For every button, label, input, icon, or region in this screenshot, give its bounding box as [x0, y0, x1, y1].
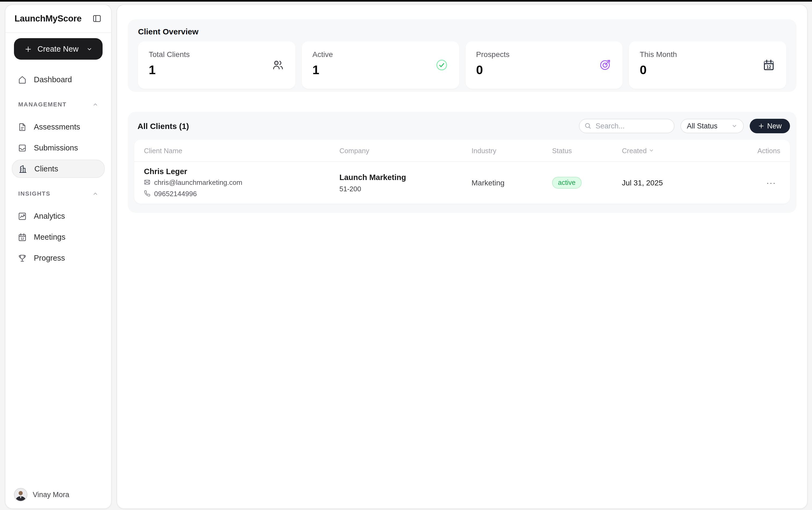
company-size: 51-200 [339, 185, 472, 193]
trophy-icon [18, 253, 27, 262]
column-header-client-name: Client Name [144, 146, 339, 154]
check-circle-icon [435, 59, 448, 71]
sidebar-item-label: Analytics [34, 212, 65, 220]
app-window: LaunchMyScore Create New Dashboard MANAG… [0, 0, 812, 510]
column-header-company: Company [339, 146, 472, 154]
column-header-industry: Industry [472, 146, 552, 154]
stat-label: Total Clients [149, 50, 284, 59]
section-label: INSIGHTS [18, 190, 51, 197]
user-name: Vinay Mora [33, 491, 69, 499]
stat-cards: Total Clients 1 Active 1 Prospects 0 [138, 41, 786, 89]
stat-value: 1 [149, 63, 284, 77]
sidebar-header: LaunchMyScore [5, 5, 111, 33]
stat-card-prospects: Prospects 0 [465, 41, 623, 89]
sidebar-item-label: Progress [34, 254, 65, 262]
stat-label: Active [312, 50, 448, 59]
calendar-icon: 12 [762, 59, 775, 71]
phone-icon [144, 190, 150, 197]
chevron-up-icon [92, 101, 98, 107]
sidebar-collapse-icon[interactable] [92, 14, 102, 23]
search-box [579, 118, 674, 133]
sidebar-item-analytics[interactable]: Analytics [12, 207, 105, 225]
client-name-cell: Chris Leger chris@launchmarketing.com 0 [144, 166, 339, 199]
column-header-status: Status [552, 146, 622, 154]
all-clients-title: All Clients (1) [138, 121, 189, 130]
inbox-icon [18, 143, 27, 152]
chevron-up-icon [92, 191, 98, 196]
section-label: MANAGEMENT [18, 101, 67, 108]
column-header-created[interactable]: Created [622, 146, 753, 154]
all-clients-section: All Clients (1) All Status [128, 112, 796, 213]
status-filter-select[interactable]: All Status [681, 118, 744, 133]
stat-label: This Month [640, 50, 776, 59]
user-menu[interactable]: Vinay Mora [14, 488, 69, 502]
stat-card-active: Active 1 [302, 41, 459, 89]
create-new-button[interactable]: Create New [14, 38, 102, 60]
company-cell: Launch Marketing 51-200 [339, 172, 472, 193]
status-cell: active [552, 176, 622, 188]
app-logo: LaunchMyScore [14, 13, 82, 24]
status-badge: active [552, 176, 581, 188]
client-email: chris@launchmarketing.com [144, 176, 339, 188]
table-controls: All Status New [579, 118, 790, 133]
client-phone-text: 09652144996 [154, 188, 197, 199]
sidebar-item-meetings[interactable]: 12 Meetings [12, 228, 105, 246]
sidebar-item-progress[interactable]: Progress [12, 249, 105, 267]
svg-text:12: 12 [766, 64, 771, 69]
sidebar-item-assessments[interactable]: Assessments [12, 118, 105, 136]
row-actions-menu[interactable]: ··· [753, 178, 780, 187]
svg-text:12: 12 [21, 237, 24, 240]
sort-chevron-down-icon [649, 148, 654, 153]
table-header-row: Client Name Company Industry Status Crea… [134, 140, 790, 162]
chevron-down-icon [87, 46, 93, 52]
all-clients-header: All Clients (1) All Status [134, 118, 790, 133]
sidebar-item-label: Assessments [34, 122, 80, 131]
stat-value: 0 [640, 63, 776, 77]
sidebar-item-label: Clients [34, 165, 58, 173]
stat-value: 0 [476, 63, 612, 77]
stat-card-this-month: This Month 0 12 [629, 41, 786, 89]
client-phone: 09652144996 [144, 188, 339, 199]
home-icon [18, 75, 27, 84]
company-name: Launch Marketing [339, 172, 472, 183]
create-new-label: Create New [37, 45, 79, 53]
client-email-text: chris@launchmarketing.com [154, 176, 242, 188]
sidebar-item-clients[interactable]: Clients [12, 160, 105, 178]
sidebar-item-label: Dashboard [34, 75, 72, 84]
client-name: Chris Leger [144, 166, 339, 176]
file-text-icon [18, 122, 27, 132]
sidebar-item-label: Submissions [34, 143, 78, 152]
calendar-icon: 12 [18, 232, 27, 242]
stat-value: 1 [312, 63, 448, 77]
column-header-actions: Actions [753, 146, 780, 154]
avatar [14, 488, 27, 502]
chevron-down-icon [731, 123, 738, 129]
sidebar-item-submissions[interactable]: Submissions [12, 139, 105, 157]
nav-section-insights[interactable]: INSIGHTS [12, 187, 105, 200]
sidebar-nav: Dashboard MANAGEMENT Assessments Submiss… [5, 70, 111, 267]
plus-icon [24, 45, 32, 53]
stat-card-total-clients: Total Clients 1 [138, 41, 295, 89]
client-overview-title: Client Overview [138, 27, 786, 36]
created-cell: Jul 31, 2025 [622, 178, 753, 187]
sidebar: LaunchMyScore Create New Dashboard MANAG… [5, 4, 112, 509]
status-filter-value: All Status [687, 122, 718, 130]
window-top-edge [0, 0, 812, 2]
building-icon [18, 164, 27, 173]
new-client-button[interactable]: New [750, 118, 790, 133]
nav-section-management[interactable]: MANAGEMENT [12, 97, 105, 111]
industry-cell: Marketing [472, 178, 552, 187]
stat-label: Prospects [476, 50, 612, 59]
chart-line-icon [18, 211, 27, 221]
new-button-label: New [767, 122, 782, 130]
users-icon [272, 59, 284, 71]
sidebar-item-label: Meetings [34, 233, 65, 241]
mail-icon [144, 179, 150, 186]
target-icon [599, 59, 611, 71]
search-input[interactable] [579, 118, 674, 133]
client-overview-section: Client Overview Total Clients 1 Active 1 [128, 19, 796, 92]
main-content: Client Overview Total Clients 1 Active 1 [117, 4, 808, 509]
table-row[interactable]: Chris Leger chris@launchmarketing.com 0 [134, 162, 790, 203]
sidebar-item-dashboard[interactable]: Dashboard [12, 70, 105, 89]
created-label: Created [622, 146, 647, 154]
